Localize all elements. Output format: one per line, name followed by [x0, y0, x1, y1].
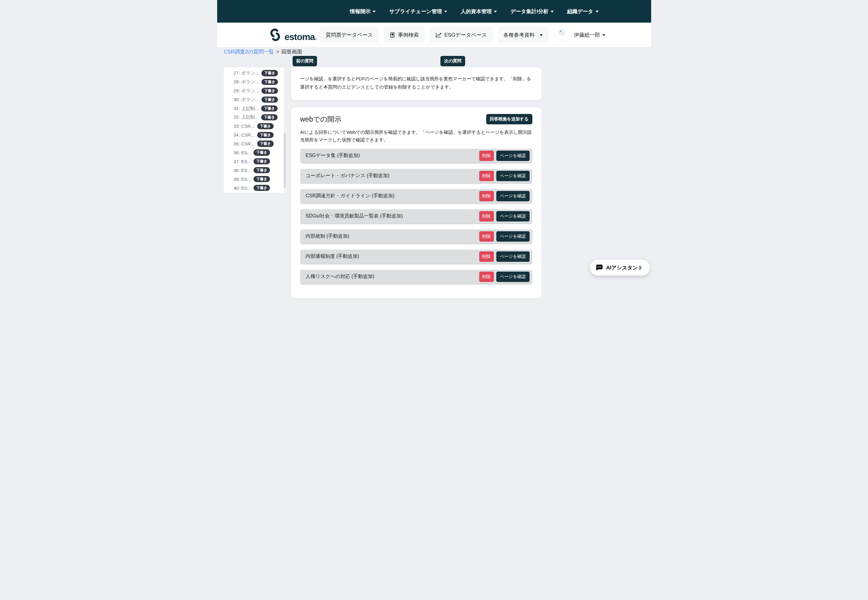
- question-list-item-38[interactable]: 38: ES... 下書き: [234, 166, 281, 175]
- question-sidebar: 27: ボラン... 下書き 28: ボラン... 下書き 29: ボラン...…: [224, 68, 286, 193]
- draft-badge: 下書き: [254, 176, 270, 182]
- question-list-item-39[interactable]: 39: ES... 下書き: [234, 175, 281, 183]
- draft-badge: 下書き: [254, 167, 270, 173]
- reference-materials-button[interactable]: 各種参考資料: [498, 27, 549, 43]
- question-list-item-31[interactable]: 31: 上記制... 下書き: [234, 104, 281, 113]
- question-label: 40: ES...: [234, 185, 251, 191]
- user-name-label: 伊藤総一郎: [574, 32, 600, 38]
- evidence-actions: 削除 ページを確認: [479, 231, 529, 242]
- check-page-button[interactable]: ページを確認: [496, 252, 529, 262]
- nav-item-org-data[interactable]: 組織データ: [567, 8, 599, 15]
- check-page-button[interactable]: ページを確認: [496, 271, 529, 282]
- chevron-down-icon: [550, 11, 554, 12]
- question-list-item-33[interactable]: 33: CSR... 下書き: [234, 121, 281, 130]
- question-list-item-30[interactable]: 30: ボラン... 下書き: [234, 95, 281, 104]
- content: 27: ボラン... 下書き 28: ボラン... 下書き 29: ボラン...…: [217, 68, 651, 300]
- evidence-row: 人権リスクへの対応 (手動追加) 削除 ページを確認: [300, 270, 532, 284]
- question-list-item-36[interactable]: 36: ES... 下書き: [234, 148, 281, 157]
- evidence-actions: 削除 ページを確認: [479, 211, 529, 221]
- chevron-down-icon: [540, 34, 543, 36]
- question-label: 39: ES...: [234, 177, 251, 182]
- case-search-label: 事例検索: [398, 32, 419, 38]
- ai-assistant-button[interactable]: AIアシスタント: [590, 260, 650, 276]
- question-label: 36: ES...: [234, 150, 251, 155]
- draft-badge: 下書き: [262, 97, 278, 103]
- nav-item-label: サプライチェーン管理: [389, 8, 442, 15]
- draft-badge: 下書き: [257, 141, 274, 147]
- nav-item-human-capital[interactable]: 人的資本管理: [461, 8, 497, 15]
- ai-assistant-label: AIアシスタント: [606, 264, 643, 271]
- main-column: ージを確認」を選択するとPDFのページを簡易的に確認し該当箇所を黄色マーカーで確…: [291, 68, 541, 300]
- web-disclosure-description: AIによる回答についてWebでの開示箇所を確認できます。「ページを確認」を選択す…: [300, 129, 532, 144]
- nav-item-disclosure[interactable]: 情報開示: [350, 8, 376, 15]
- nav-item-label: 組織データ: [567, 8, 593, 15]
- evidence-help-text: ージを確認」を選択するとPDFのページを簡易的に確認し該当箇所を黄色マーカーで確…: [300, 75, 532, 91]
- question-list-item-35[interactable]: 35: CSR... 下書き: [234, 139, 281, 148]
- evidence-actions: 削除 ページを確認: [479, 171, 529, 181]
- next-question-button[interactable]: 次の質問: [440, 56, 465, 66]
- delete-button[interactable]: 削除: [479, 171, 494, 181]
- sidebar-scrollbar[interactable]: [284, 68, 286, 193]
- evidence-actions: 削除 ページを確認: [479, 151, 529, 161]
- evidence-help-card: ージを確認」を選択するとPDFのページを簡易的に確認し該当箇所を黄色マーカーで確…: [291, 68, 541, 100]
- question-list-item-40[interactable]: 40: ES... 下書き: [234, 183, 281, 192]
- chat-bubble-icon: [595, 264, 603, 271]
- evidence-row: 内部通報制度 (手動追加) 削除 ページを確認: [300, 250, 532, 264]
- header: estoma ® 質問票データベース 事例検索: [217, 23, 651, 47]
- question-list-item-29[interactable]: 29: ボラン... 下書き: [234, 86, 281, 95]
- nav-item-data-analysis[interactable]: データ集計/分析: [510, 8, 554, 15]
- evidence-label: コーポレート・ガバナンス (手動追加): [306, 173, 389, 179]
- delete-button[interactable]: 削除: [479, 151, 494, 161]
- web-disclosure-title: webでの開示: [300, 115, 342, 124]
- question-label: 29: ボラン...: [234, 88, 259, 94]
- esg-db-button[interactable]: ESGデータベース: [429, 27, 493, 43]
- delete-button[interactable]: 削除: [479, 211, 494, 221]
- evidence-label: 内部通報制度 (手動追加): [306, 253, 359, 260]
- draft-badge: 下書き: [261, 114, 278, 120]
- evidence-actions: 削除 ページを確認: [479, 252, 529, 262]
- chevron-down-icon: [596, 11, 599, 12]
- question-label: 27: ボラン...: [234, 70, 259, 76]
- top-nav: 情報開示 サプライチェーン管理 人的資本管理 データ集計/分析 組織データ: [217, 0, 651, 23]
- question-list-item-32[interactable]: 32: 上記制... 下書き: [234, 113, 281, 121]
- page: 情報開示 サプライチェーン管理 人的資本管理 データ集計/分析 組織データ es…: [217, 0, 651, 300]
- chevron-down-icon: [373, 11, 376, 12]
- question-list-item-28[interactable]: 28: ボラン... 下書き: [234, 77, 281, 86]
- draft-badge: 下書き: [254, 158, 270, 164]
- logo-wordmark: estoma: [285, 32, 315, 42]
- question-label: 37: ES...: [234, 159, 251, 164]
- check-page-button[interactable]: ページを確認: [496, 231, 529, 242]
- add-evidence-button[interactable]: 回答根拠を追加する: [486, 114, 532, 124]
- question-list-item-34[interactable]: 34: CSR... 下書き: [234, 130, 281, 139]
- question-label: 38: ES...: [234, 168, 251, 173]
- evidence-actions: 削除 ページを確認: [479, 191, 529, 202]
- questionnaire-db-label: 質問票データベース: [325, 32, 373, 38]
- evidence-label: SDGs/社会・環境貢献製品一覧表 (手動追加): [306, 213, 403, 219]
- estoma-logo-icon: [268, 28, 282, 42]
- nav-item-supply-chain[interactable]: サプライチェーン管理: [389, 8, 447, 15]
- check-page-button[interactable]: ページを確認: [496, 151, 529, 161]
- draft-badge: 下書き: [262, 79, 278, 85]
- check-page-button[interactable]: ページを確認: [496, 171, 529, 181]
- check-page-button[interactable]: ページを確認: [496, 191, 529, 202]
- prev-question-button[interactable]: 前の質問: [293, 56, 317, 66]
- chevron-down-icon: [602, 34, 605, 36]
- question-list-item-37[interactable]: 37: ES... 下書き: [234, 157, 281, 166]
- delete-button[interactable]: 削除: [479, 271, 494, 282]
- user-menu[interactable]: 伊藤総一郎: [558, 29, 605, 42]
- evidence-label: 人権リスクへの対応 (手動追加): [306, 273, 375, 280]
- questionnaire-db-button[interactable]: 質問票データベース: [320, 27, 379, 43]
- check-page-button[interactable]: ページを確認: [496, 211, 529, 221]
- evidence-label: ESGデータ集 (手動追加): [306, 153, 360, 159]
- delete-button[interactable]: 削除: [479, 231, 494, 242]
- case-search-icon: [389, 32, 395, 38]
- evidence-row: コーポレート・ガバナンス (手動追加) 削除 ページを確認: [300, 169, 532, 183]
- sidebar-scrollbar-thumb[interactable]: [284, 133, 286, 188]
- case-search-button[interactable]: 事例検索: [384, 27, 425, 43]
- question-list-item-27[interactable]: 27: ボラン... 下書き: [234, 69, 281, 77]
- delete-button[interactable]: 削除: [479, 252, 494, 262]
- delete-button[interactable]: 削除: [479, 191, 494, 202]
- evidence-row: ESGデータ集 (手動追加) 削除 ページを確認: [300, 149, 532, 163]
- breadcrumb-link-question-list[interactable]: CSR調査2の質問一覧: [224, 48, 274, 55]
- estoma-logo[interactable]: estoma ®: [268, 28, 318, 42]
